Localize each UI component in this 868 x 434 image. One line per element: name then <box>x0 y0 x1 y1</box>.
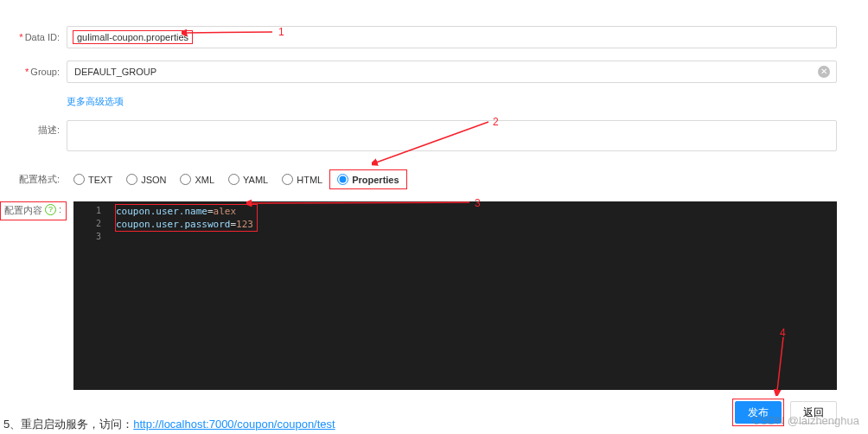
format-option-json[interactable]: JSON <box>119 170 173 188</box>
label-group: Group: <box>30 67 60 77</box>
format-radio-group[interactable]: TEXTJSONXMLYAMLHTMLProperties <box>67 169 837 189</box>
group-input[interactable] <box>67 61 837 83</box>
advanced-link[interactable]: 更多高级选项 <box>67 96 124 106</box>
footer-link[interactable]: http://localhost:7000/coupon/coupon/test <box>133 418 335 431</box>
row-group: *Group: ✕ <box>0 61 868 83</box>
footer-text: 5、重启启动服务，访问：http://localhost:7000/coupon… <box>3 417 335 432</box>
watermark: CSDN @laizhenghua <box>752 414 859 427</box>
label-data-id: Data ID: <box>25 32 60 42</box>
format-option-text[interactable]: TEXT <box>67 170 119 188</box>
label-desc: 描述: <box>38 124 60 135</box>
row-data-id: *Data ID: gulimall-coupon.properties <box>0 26 868 48</box>
clear-icon[interactable]: ✕ <box>818 66 830 78</box>
row-advanced: 更多高级选项 <box>0 95 868 108</box>
format-option-yaml[interactable]: YAML <box>221 170 275 188</box>
row-format: 配置格式: TEXTJSONXMLYAMLHTMLProperties <box>0 169 868 189</box>
help-icon[interactable]: ? <box>45 204 56 215</box>
row-content: 配置内容 ? : 123 coupon.user.name=alexcoupon… <box>0 201 868 390</box>
label-content: 配置内容 <box>4 204 42 217</box>
format-option-xml[interactable]: XML <box>173 170 221 188</box>
format-option-properties[interactable]: Properties <box>329 169 406 189</box>
code-editor[interactable]: 123 coupon.user.name=alexcoupon.user.pas… <box>73 201 837 390</box>
format-option-html[interactable]: HTML <box>275 170 329 188</box>
row-desc: 描述: <box>0 120 868 154</box>
label-format: 配置格式: <box>19 174 60 184</box>
data-id-input[interactable]: gulimall-coupon.properties <box>73 30 193 44</box>
desc-input[interactable] <box>67 120 837 151</box>
